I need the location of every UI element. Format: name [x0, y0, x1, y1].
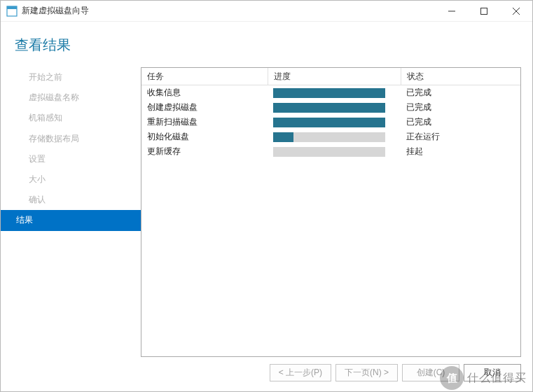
minimize-button[interactable] — [436, 1, 468, 22]
sidebar-step[interactable]: 开始之前 — [1, 67, 141, 88]
progress-cell — [268, 130, 401, 144]
table-row: 创建虚拟磁盘已完成 — [141, 100, 520, 115]
col-task[interactable]: 任务 — [141, 68, 268, 85]
wizard-window: 新建虚拟磁盘向导 查看结果 开始之前虚拟磁盘名称机箱感知存储数据布局设置大小确认… — [0, 0, 533, 392]
wizard-steps-sidebar: 开始之前虚拟磁盘名称机箱感知存储数据布局设置大小确认结果 — [1, 67, 141, 357]
progress-cell — [268, 100, 401, 115]
progress-fill — [273, 88, 385, 98]
progress-fill — [273, 103, 385, 113]
sidebar-step[interactable]: 设置 — [1, 149, 141, 169]
page-heading: 查看结果 — [1, 22, 532, 67]
table-row: 更新缓存挂起 — [141, 144, 520, 159]
sidebar-step-label: 机箱感知 — [29, 113, 62, 122]
table-row: 收集信息已完成 — [141, 85, 520, 101]
task-cell: 重新扫描磁盘 — [141, 115, 268, 130]
progress-cell — [268, 115, 401, 130]
status-cell: 已完成 — [401, 115, 520, 130]
task-cell: 初始化磁盘 — [141, 130, 268, 144]
wizard-footer: < 上一步(P) 下一页(N) > 创建(C) 取消 — [1, 357, 532, 391]
task-cell: 创建虚拟磁盘 — [141, 100, 268, 115]
progress-cell — [268, 85, 401, 101]
sidebar-step-label: 确认 — [29, 195, 46, 204]
status-cell: 正在运行 — [401, 130, 520, 144]
maximize-button[interactable] — [468, 1, 500, 22]
status-cell: 已完成 — [401, 100, 520, 115]
sidebar-step[interactable]: 确认 — [1, 190, 141, 210]
task-cell: 收集信息 — [141, 85, 268, 101]
svg-rect-2 — [481, 8, 487, 14]
task-cell: 更新缓存 — [141, 144, 268, 159]
progress-bar — [273, 147, 385, 157]
results-table: 任务 进度 状态 收集信息已完成创建虚拟磁盘已完成重新扫描磁盘已完成初始化磁盘正… — [141, 68, 520, 159]
content-row: 开始之前虚拟磁盘名称机箱感知存储数据布局设置大小确认结果 任务 进度 状态 收集… — [1, 67, 532, 357]
progress-bar — [273, 103, 385, 113]
wizard-body: 查看结果 开始之前虚拟磁盘名称机箱感知存储数据布局设置大小确认结果 任务 进度 … — [1, 22, 532, 391]
sidebar-step-label: 虚拟磁盘名称 — [29, 92, 79, 102]
progress-bar — [273, 132, 385, 142]
sidebar-step[interactable]: 结果 — [1, 210, 141, 230]
sidebar-step-label: 设置 — [29, 154, 46, 164]
progress-cell — [268, 144, 401, 159]
close-button[interactable] — [500, 1, 532, 22]
status-cell: 挂起 — [401, 144, 520, 159]
window-title: 新建虚拟磁盘向导 — [22, 5, 436, 17]
sidebar-step[interactable]: 存储数据布局 — [1, 129, 141, 149]
titlebar: 新建虚拟磁盘向导 — [1, 1, 532, 22]
col-progress[interactable]: 进度 — [268, 68, 401, 85]
col-status[interactable]: 状态 — [401, 68, 520, 85]
cancel-button[interactable]: 取消 — [464, 364, 521, 382]
app-icon — [6, 6, 18, 17]
next-button[interactable]: 下一页(N) > — [335, 364, 398, 382]
create-button[interactable]: 创建(C) — [402, 364, 459, 382]
sidebar-step[interactable]: 机箱感知 — [1, 108, 141, 128]
progress-fill — [273, 118, 385, 127]
sidebar-step-label: 结果 — [16, 215, 33, 225]
status-cell: 已完成 — [401, 85, 520, 101]
results-table-container: 任务 进度 状态 收集信息已完成创建虚拟磁盘已完成重新扫描磁盘已完成初始化磁盘正… — [141, 67, 521, 357]
table-row: 重新扫描磁盘已完成 — [141, 115, 520, 130]
previous-button[interactable]: < 上一步(P) — [270, 364, 331, 382]
progress-bar — [273, 88, 385, 98]
sidebar-step[interactable]: 大小 — [1, 169, 141, 190]
sidebar-step-label: 存储数据布局 — [29, 134, 79, 144]
table-row: 初始化磁盘正在运行 — [141, 130, 520, 144]
svg-rect-1 — [7, 6, 17, 9]
progress-bar — [273, 118, 385, 127]
sidebar-step[interactable]: 虚拟磁盘名称 — [1, 88, 141, 108]
sidebar-step-label: 大小 — [29, 174, 46, 184]
main-panel: 任务 进度 状态 收集信息已完成创建虚拟磁盘已完成重新扫描磁盘已完成初始化磁盘正… — [141, 67, 521, 357]
sidebar-step-label: 开始之前 — [29, 72, 62, 82]
progress-fill — [273, 132, 293, 142]
window-controls — [436, 1, 532, 22]
